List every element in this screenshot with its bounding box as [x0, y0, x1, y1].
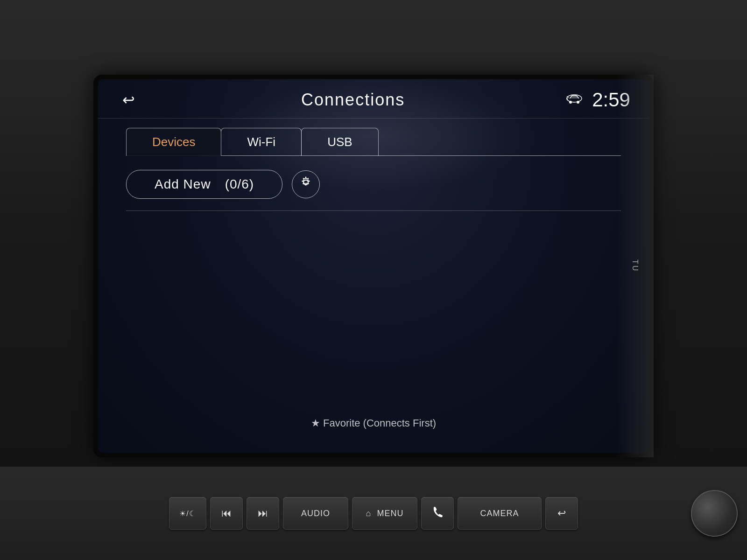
right-partial-label: TU — [616, 75, 654, 457]
settings-button[interactable] — [292, 170, 320, 198]
sun-moon-icon: ☀/☾ — [179, 509, 196, 518]
back-hw-icon: ↩ — [557, 507, 566, 519]
tab-devices[interactable]: Devices — [126, 128, 221, 156]
home-icon: ⌂ — [366, 509, 372, 518]
action-row: Add New (0/6) — [126, 170, 621, 199]
phone-icon — [431, 505, 444, 521]
device-count: (0/6) — [225, 177, 254, 192]
camera-button[interactable]: CAMERA — [458, 497, 542, 530]
page-title: Connections — [301, 90, 405, 110]
rewind-button[interactable]: ⏮ — [210, 497, 243, 530]
tabs-row: Devices Wi-Fi USB — [126, 128, 621, 156]
device-list: ★ Favorite (Connects First) — [126, 223, 621, 439]
screen-bezel: ↩ Connections — [93, 75, 654, 457]
svg-point-5 — [303, 180, 308, 185]
header: ↩ Connections — [98, 79, 649, 119]
rewind-icon: ⏮ — [221, 507, 232, 519]
sun-moon-button[interactable]: ☀/☾ — [169, 497, 206, 530]
volume-knob[interactable] — [691, 490, 738, 537]
speed-warning-icon — [566, 93, 583, 107]
back-button[interactable]: ↩ — [117, 91, 140, 109]
svg-point-1 — [569, 101, 572, 104]
fast-forward-icon: ⏭ — [258, 507, 268, 519]
bottom-controls: ☀/☾ ⏮ ⏭ AUDIO ⌂ MENU CAMERA ↩ — [0, 467, 747, 560]
menu-label: MENU — [377, 509, 403, 518]
audio-button[interactable]: AUDIO — [283, 497, 348, 530]
fast-forward-button[interactable]: ⏭ — [247, 497, 279, 530]
audio-label: AUDIO — [301, 509, 330, 518]
favorite-hint: ★ Favorite (Connects First) — [311, 417, 436, 429]
tab-wifi[interactable]: Wi-Fi — [221, 128, 302, 156]
content-area: Add New (0/6) ★ F — [98, 156, 649, 453]
separator — [126, 210, 621, 211]
phone-button[interactable] — [421, 497, 454, 530]
tab-usb[interactable]: USB — [301, 128, 378, 156]
back-hw-button[interactable]: ↩ — [545, 497, 578, 530]
tabs-container: Devices Wi-Fi USB — [98, 119, 649, 156]
camera-label: CAMERA — [480, 509, 519, 518]
main-screen: ↩ Connections — [98, 79, 649, 453]
car-infotainment-unit: ↩ Connections — [0, 0, 747, 560]
menu-button[interactable]: ⌂ MENU — [352, 497, 417, 530]
add-new-button[interactable]: Add New (0/6) — [126, 170, 282, 199]
add-new-label: Add New — [155, 177, 211, 192]
gear-icon — [299, 176, 312, 192]
svg-point-2 — [577, 101, 579, 104]
